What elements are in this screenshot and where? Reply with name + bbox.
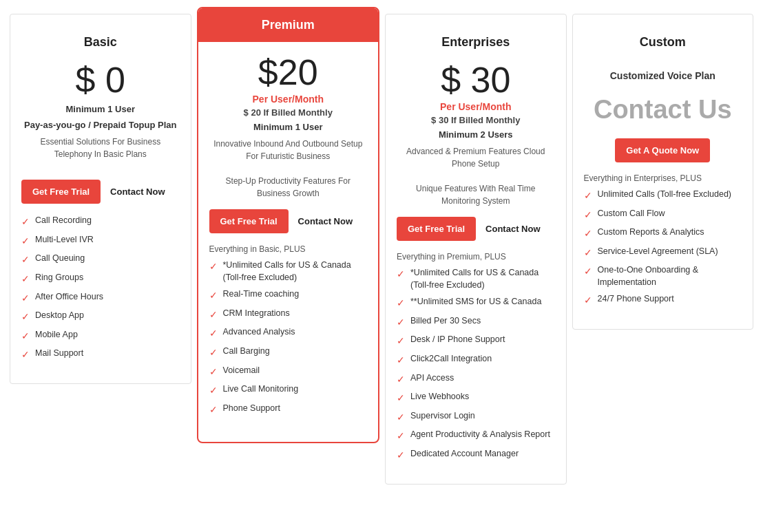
price-block: $20 Per User/Month $ 20 If Billed Monthl… — [209, 53, 368, 118]
feature-text: Desktop App — [35, 310, 84, 322]
free-trial-button[interactable]: Get Free Trial — [209, 209, 289, 233]
feature-text: *Unlimited Calls for US & Canada (Toll-f… — [410, 267, 555, 291]
feature-item: ✓ Real-Time coaching — [209, 288, 368, 303]
feature-item: ✓ Voicemail — [209, 365, 368, 379]
feature-text: Ring Groups — [35, 272, 83, 284]
price-main: $ 30 — [397, 61, 555, 100]
feature-text: Desk / IP Phone Support — [410, 334, 505, 346]
check-icon: ✓ — [209, 365, 218, 379]
price-main: $ 0 — [21, 61, 180, 100]
feature-item: ✓ Desk / IP Phone Support — [397, 334, 555, 348]
feature-item: ✓ Call Recording — [21, 215, 180, 229]
feature-text: API Access — [410, 372, 454, 385]
features-intro: Everything in Enterprises, PLUS — [584, 173, 742, 183]
check-icon: ✓ — [21, 310, 30, 324]
cta-row: Get Free Trial Contact Now — [21, 180, 180, 204]
plan-card-enterprises: Enterprises $ 30 Per User/Month $ 30 If … — [385, 14, 567, 485]
feature-item: ✓ 24/7 Phone Support — [584, 293, 742, 308]
feature-item: ✓ Click2Call Integration — [397, 353, 555, 368]
get-quote-button[interactable]: Get A Quote Now — [615, 138, 710, 162]
check-icon: ✓ — [209, 260, 218, 274]
feature-item: ✓ Ring Groups — [21, 272, 180, 286]
feature-text: Billed Per 30 Secs — [410, 315, 481, 328]
check-icon: ✓ — [21, 273, 30, 286]
feature-text: Voicemail — [223, 365, 260, 377]
plan-description: Essential Solutions For Business Telepho… — [21, 136, 180, 170]
cta-row: Get Free Trial Contact Now — [397, 217, 555, 241]
feature-item: ✓ Multi-Level IVR — [21, 234, 180, 248]
feature-text: Multi-Level IVR — [35, 234, 94, 246]
feature-item: ✓ *Unlimited Calls for US & Canada (Toll… — [397, 267, 555, 291]
check-icon: ✓ — [21, 215, 30, 229]
check-icon: ✓ — [397, 449, 405, 462]
check-icon: ✓ — [397, 268, 405, 281]
customized-plan-label: Customized Voice Plan — [584, 70, 742, 81]
feature-text: **Unlimited SMS for US & Canada — [410, 296, 541, 308]
check-icon: ✓ — [397, 373, 405, 387]
feature-text: Unlimited Calls (Toll-free Excluded) — [598, 189, 732, 201]
feature-item: ✓ Custom Reports & Analytics — [584, 226, 742, 241]
feature-text: Phone Support — [223, 403, 280, 415]
feature-item: ✓ Call Queuing — [21, 253, 180, 267]
check-icon: ✓ — [209, 289, 218, 303]
min-users: Minimum 1 User — [209, 122, 368, 132]
check-icon: ✓ — [209, 327, 218, 341]
feature-text: Call Recording — [35, 215, 92, 227]
feature-item: ✓ Call Barging — [209, 345, 368, 360]
features-intro: Everything in Premium, PLUS — [397, 252, 555, 262]
feature-text: After Office Hours — [35, 291, 103, 304]
check-icon: ✓ — [21, 253, 30, 267]
check-icon: ✓ — [397, 392, 405, 405]
check-icon: ✓ — [584, 189, 592, 203]
feature-item: ✓ Service-Level Agreement (SLA) — [584, 246, 742, 260]
feature-text: 24/7 Phone Support — [598, 293, 674, 306]
features-intro: Everything in Basic, PLUS — [209, 244, 368, 254]
feature-text: *Unlimited Calls for US & Canada (Toll-f… — [223, 259, 368, 284]
check-icon: ✓ — [21, 235, 30, 248]
cta-row: Get Free Trial Contact Now — [209, 209, 368, 233]
feature-item: ✓ After Office Hours — [21, 291, 180, 306]
features-list: ✓ Call Recording ✓ Multi-Level IVR ✓ Cal… — [21, 215, 180, 362]
plan-header-featured: Premium — [198, 8, 379, 42]
feature-text: Agent Productivity & Analysis Report — [410, 429, 550, 441]
feature-item: ✓ CRM Integrations — [209, 308, 368, 322]
price-block: $ 30 Per User/Month $ 30 If Billed Month… — [397, 61, 555, 125]
feature-item: ✓ Dedicated Account Manager — [397, 448, 555, 462]
feature-text: Custom Reports & Analytics — [598, 226, 704, 239]
features-list: ✓ *Unlimited Calls for US & Canada (Toll… — [397, 267, 555, 462]
check-icon: ✓ — [209, 403, 218, 417]
contact-now-button[interactable]: Contact Now — [298, 216, 353, 226]
feature-item: ✓ Desktop App — [21, 310, 180, 324]
feature-text: Mail Support — [35, 348, 83, 360]
contact-now-button[interactable]: Contact Now — [485, 224, 540, 234]
check-icon: ✓ — [584, 294, 592, 308]
plan-name: Custom — [584, 28, 742, 50]
check-icon: ✓ — [584, 246, 592, 260]
check-icon: ✓ — [209, 308, 218, 322]
plan-description: Advanced & Premium Features Cloud Phone … — [397, 145, 555, 207]
check-icon: ✓ — [209, 384, 218, 398]
feature-item: ✓ Advanced Analysis — [209, 326, 368, 341]
plan-name: Basic — [21, 28, 180, 50]
plan-header: Basic — [21, 28, 180, 50]
free-trial-button[interactable]: Get Free Trial — [21, 180, 101, 204]
feature-item: ✓ **Unlimited SMS for US & Canada — [397, 296, 555, 310]
feature-item: ✓ *Unlimited Calls for US & Canada (Toll… — [209, 259, 368, 284]
free-trial-button[interactable]: Get Free Trial — [397, 217, 476, 241]
features-list: ✓ *Unlimited Calls for US & Canada (Toll… — [209, 259, 368, 416]
feature-item: ✓ Unlimited Calls (Toll-free Excluded) — [584, 189, 742, 203]
min-users: Minimum 1 User — [21, 104, 180, 114]
contact-now-button[interactable]: Contact Now — [110, 187, 165, 197]
check-icon: ✓ — [584, 227, 592, 241]
check-icon: ✓ — [584, 265, 592, 279]
feature-text: Live Webhooks — [410, 391, 469, 403]
plan-description: Innovative Inbound And Outbound Setup Fo… — [209, 138, 368, 200]
feature-text: Service-Level Agreement (SLA) — [598, 246, 718, 258]
feature-text: Mobile App — [35, 329, 78, 341]
feature-item: ✓ Phone Support — [209, 403, 368, 417]
check-icon: ✓ — [397, 316, 405, 330]
feature-item: ✓ Live Call Monitoring — [209, 383, 368, 398]
feature-text: Dedicated Account Manager — [410, 448, 519, 460]
check-icon: ✓ — [21, 348, 30, 362]
features-list: ✓ Unlimited Calls (Toll-free Excluded) ✓… — [584, 189, 742, 308]
